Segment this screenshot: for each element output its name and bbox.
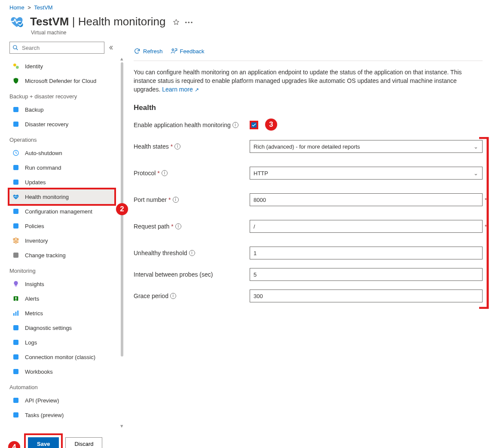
updates-icon — [12, 178, 20, 186]
defender-icon — [12, 77, 20, 85]
info-icon[interactable]: i — [232, 122, 238, 128]
info-icon[interactable]: i — [174, 143, 180, 149]
sidebar-item-updates[interactable]: Updates — [9, 175, 114, 189]
protocol-select[interactable]: HTTP — [250, 167, 483, 180]
port-label: Port number — [134, 196, 167, 203]
clock-icon — [12, 149, 20, 157]
scroll-down-icon[interactable]: ▾ — [120, 423, 123, 429]
path-label: Request path — [134, 223, 169, 230]
svg-rect-22 — [13, 369, 18, 374]
path-input[interactable] — [250, 220, 483, 233]
config-icon — [12, 207, 20, 215]
unhealthy-input[interactable] — [250, 247, 483, 259]
unhealthy-label: Unhealthy threshold — [134, 250, 187, 256]
identity-icon — [12, 62, 20, 70]
learn-more-link[interactable]: Learn more ↗ — [162, 86, 199, 93]
sidebar-item-label: Backup — [25, 107, 43, 113]
sidebar-search[interactable] — [9, 42, 104, 54]
interval-label: Interval between probes (sec) — [134, 271, 213, 278]
sidebar-item-label: Configuration management — [25, 208, 92, 215]
refresh-button[interactable]: Refresh — [134, 48, 163, 55]
sidebar-item-diagnostic-settings[interactable]: Diagnostic settings — [9, 320, 114, 335]
sidebar-item-logs[interactable]: Logs — [9, 335, 114, 350]
sidebar-item-label: Microsoft Defender for Cloud — [25, 78, 96, 84]
sidebar-group: Operations — [9, 131, 114, 146]
health-states-select[interactable]: Rich (advanced) - for more detailed repo… — [250, 140, 483, 153]
sidebar-item-connection-monitor-classic[interactable]: Connection monitor (classic) — [9, 350, 114, 364]
sidebar-item-health-monitoring[interactable]: Health monitoring — [9, 189, 114, 204]
search-icon — [12, 45, 18, 51]
health-states-label: Health states — [134, 143, 169, 150]
svg-point-2 — [13, 64, 16, 67]
sidebar-item-label: Health monitoring — [25, 194, 69, 200]
svg-rect-9 — [13, 209, 18, 214]
search-input[interactable] — [21, 44, 101, 52]
resource-type-icon — [9, 14, 24, 29]
sidebar-item-label: Workbooks — [25, 369, 53, 375]
enable-label: Enable application health monitoring — [134, 122, 231, 128]
save-button[interactable]: Save — [28, 437, 59, 448]
port-input[interactable] — [250, 193, 483, 206]
svg-rect-18 — [17, 311, 18, 316]
sidebar-item-label: Disaster recovery — [25, 121, 68, 128]
svg-rect-24 — [13, 412, 18, 418]
more-icon[interactable]: ••• — [185, 19, 194, 26]
svg-rect-4 — [13, 107, 18, 112]
annotation-save-box: Save — [26, 435, 61, 448]
sidebar-item-run-command[interactable]: Run command — [9, 160, 114, 175]
annotation-bracket — [478, 137, 490, 309]
info-icon[interactable]: i — [170, 293, 176, 299]
sidebar-item-tasks-preview[interactable]: Tasks (preview) — [9, 408, 114, 422]
sidebar-item-label: API (Preview) — [25, 397, 59, 404]
breadcrumb-home[interactable]: Home — [9, 4, 24, 11]
policies-icon — [12, 222, 20, 230]
info-icon[interactable]: i — [189, 250, 195, 256]
sidebar-item-configuration-management[interactable]: Configuration management — [9, 204, 114, 219]
inventory-icon — [12, 237, 20, 244]
feedback-button[interactable]: Feedback — [171, 48, 205, 55]
health-icon — [12, 193, 20, 201]
sidebar-item-insights[interactable]: Insights — [9, 277, 114, 291]
info-icon[interactable]: i — [173, 197, 179, 203]
sidebar-item-workbooks[interactable]: Workbooks — [9, 364, 114, 379]
sidebar-item-label: Alerts — [25, 296, 39, 302]
sidebar-item-identity[interactable]: Identity — [9, 59, 114, 73]
svg-rect-7 — [13, 165, 18, 170]
sidebar-item-policies[interactable]: Policies — [9, 219, 114, 233]
sidebar-item-inventory[interactable]: Inventory — [9, 233, 114, 248]
sidebar-item-microsoft-defender-for-cloud[interactable]: Microsoft Defender for Cloud — [9, 73, 114, 88]
breadcrumb: Home > TestVM — [0, 0, 492, 12]
svg-rect-12 — [15, 286, 17, 287]
external-link-icon: ↗ — [195, 87, 199, 93]
sidebar-item-change-tracking[interactable]: Change tracking — [9, 248, 114, 262]
sidebar-item-label: Identity — [25, 63, 43, 70]
info-icon[interactable]: i — [175, 223, 181, 229]
sidebar-item-metrics[interactable]: Metrics — [9, 306, 114, 320]
tasks-icon — [12, 411, 20, 419]
breadcrumb-resource[interactable]: TestVM — [34, 4, 52, 11]
svg-rect-15 — [15, 300, 17, 301]
grace-input[interactable] — [250, 290, 483, 302]
sidebar-item-alerts[interactable]: Alerts — [9, 291, 114, 306]
pin-icon[interactable] — [173, 19, 180, 26]
protocol-label: Protocol — [134, 170, 156, 177]
changes-icon — [12, 251, 20, 259]
sidebar-scrollbar[interactable]: ▴ ▾ — [121, 61, 124, 428]
discard-button[interactable]: Discard — [65, 437, 102, 448]
dr-icon — [12, 120, 20, 128]
sidebar-item-disaster-recovery[interactable]: Disaster recovery — [9, 117, 114, 131]
svg-rect-10 — [13, 223, 18, 229]
svg-point-3 — [16, 66, 19, 69]
enable-health-checkbox[interactable] — [250, 121, 258, 129]
sidebar-item-api-preview[interactable]: API (Preview) — [9, 393, 114, 408]
svg-rect-23 — [13, 398, 18, 403]
info-icon[interactable]: i — [162, 170, 168, 176]
sidebar-item-backup[interactable]: Backup — [9, 102, 114, 117]
scroll-up-icon[interactable]: ▴ — [120, 55, 123, 62]
sidebar-item-label: Run command — [25, 165, 61, 171]
collapse-sidebar-icon[interactable] — [108, 45, 114, 51]
refresh-icon — [134, 48, 141, 55]
sidebar-item-auto-shutdown[interactable]: Auto-shutdown — [9, 146, 114, 160]
interval-input[interactable] — [250, 268, 483, 281]
sidebar-item-label: Connection monitor (classic) — [25, 354, 95, 360]
